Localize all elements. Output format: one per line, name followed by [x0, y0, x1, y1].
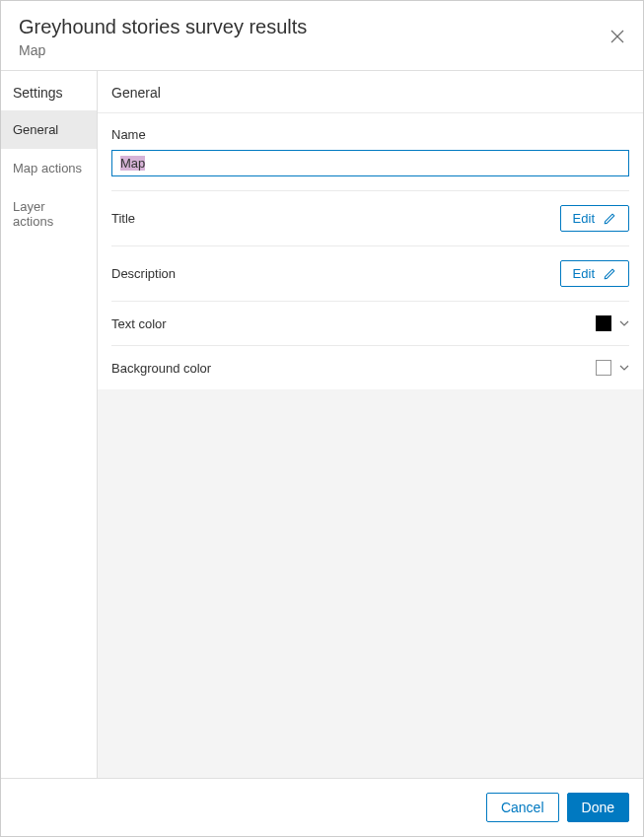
- sidebar-heading: Settings: [1, 71, 97, 110]
- sidebar-item-map-actions[interactable]: Map actions: [1, 149, 97, 187]
- edit-description-button[interactable]: Edit: [560, 260, 629, 287]
- title-row: Title Edit: [111, 191, 629, 246]
- settings-sidebar: Settings General Map actions Layer actio…: [1, 71, 98, 778]
- description-label: Description: [111, 266, 176, 281]
- name-input[interactable]: [111, 150, 629, 176]
- dialog-subtitle: Map: [19, 42, 625, 58]
- dialog-footer: Cancel Done: [1, 778, 643, 836]
- form-area: Name Title Edit Description Edit: [98, 113, 643, 389]
- main-panel: General Name Title Edit Description Edit: [98, 71, 643, 778]
- name-row: Name: [111, 113, 629, 191]
- edit-description-label: Edit: [573, 266, 595, 281]
- text-color-row: Text color: [111, 302, 629, 346]
- close-button[interactable]: [609, 29, 625, 44]
- chevron-down-icon: [619, 318, 629, 328]
- bg-color-picker[interactable]: [596, 360, 629, 376]
- text-color-swatch: [596, 315, 611, 331]
- edit-title-label: Edit: [573, 211, 595, 226]
- title-label: Title: [111, 211, 135, 226]
- edit-title-button[interactable]: Edit: [560, 205, 629, 232]
- bg-color-row: Background color: [111, 346, 629, 389]
- done-button[interactable]: Done: [567, 793, 629, 822]
- empty-area: [98, 389, 643, 778]
- pencil-icon: [603, 267, 616, 281]
- name-label: Name: [111, 127, 629, 142]
- sidebar-item-layer-actions[interactable]: Layer actions: [1, 187, 97, 241]
- cancel-button[interactable]: Cancel: [486, 793, 559, 822]
- text-color-picker[interactable]: [596, 315, 629, 331]
- dialog-body: Settings General Map actions Layer actio…: [1, 70, 643, 778]
- dialog-header: Greyhound stories survey results Map: [1, 1, 643, 70]
- dialog-title: Greyhound stories survey results: [19, 16, 625, 38]
- bg-color-label: Background color: [111, 361, 211, 376]
- bg-color-swatch: [596, 360, 611, 376]
- sidebar-item-general[interactable]: General: [1, 110, 97, 149]
- pencil-icon: [603, 212, 616, 226]
- description-row: Description Edit: [111, 246, 629, 302]
- chevron-down-icon: [619, 363, 629, 373]
- close-icon: [609, 29, 625, 44]
- panel-heading: General: [98, 71, 643, 113]
- text-color-label: Text color: [111, 316, 167, 331]
